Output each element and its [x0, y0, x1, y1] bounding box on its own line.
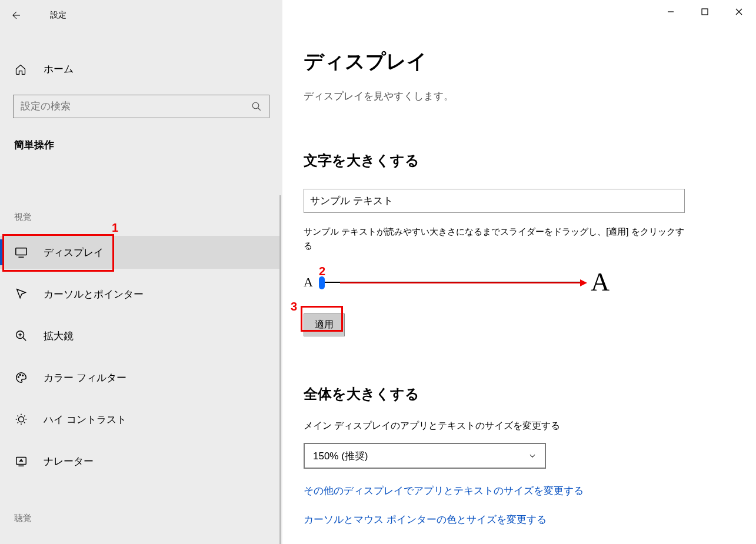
text-size-slider-row: A A [304, 267, 610, 297]
svg-point-3 [18, 376, 19, 378]
sidebar-item-cursor[interactable]: カーソルとポインター [0, 278, 279, 311]
sample-text-box: サンプル テキスト [304, 189, 685, 213]
svg-point-5 [22, 375, 24, 376]
contrast-icon [14, 412, 28, 426]
annotation-label-3: 3 [291, 300, 297, 313]
palette-icon [14, 371, 28, 385]
section-text-larger-heading: 文字を大きくする [304, 151, 735, 170]
sidebar: 設定 ホーム 簡単操作 視覚 ディスプレイ カーソルとポインター 拡大鏡 [0, 0, 282, 544]
search-icon [251, 101, 262, 112]
chevron-down-icon [528, 452, 537, 460]
sidebar-item-narrator[interactable]: ナレーター [0, 445, 279, 478]
search-input[interactable] [21, 101, 251, 112]
page-title: ディスプレイ [304, 48, 735, 75]
apply-button[interactable]: 適用 [304, 313, 345, 336]
magnifier-icon [14, 329, 28, 343]
dropdown-value: 150% (推奨) [313, 449, 368, 463]
back-button[interactable] [0, 0, 32, 31]
section-everything-larger-heading: 全体を大きくする [304, 385, 735, 403]
slider-small-a: A [304, 275, 313, 290]
sidebar-item-color-filter[interactable]: カラー フィルター [0, 361, 279, 394]
slider-thumb[interactable] [319, 276, 325, 289]
svg-point-4 [19, 375, 21, 376]
slider-instruction: サンプル テキストが読みやすい大きさになるまでスライダーをドラッグし、[適用] … [304, 225, 692, 253]
link-cursor-pointer[interactable]: カーソルとマウス ポインターの色とサイズを変更する [304, 513, 735, 526]
close-button[interactable] [722, 0, 756, 24]
sidebar-item-display[interactable]: ディスプレイ [0, 236, 279, 269]
narrator-icon [14, 454, 28, 468]
sample-text: サンプル テキスト [310, 195, 393, 206]
main-content: ディスプレイ ディスプレイを見やすくします。 文字を大きくする サンプル テキス… [282, 0, 756, 544]
page-subtitle: ディスプレイを見やすくします。 [304, 89, 735, 103]
sidebar-item-magnifier[interactable]: 拡大鏡 [0, 319, 279, 352]
sidebar-item-label: カーソルとポインター [44, 288, 144, 301]
cursor-icon [14, 287, 28, 301]
window-controls [654, 0, 756, 24]
sidebar-section: 簡単操作 [0, 138, 282, 152]
group-hearing-header: 聴覚 [0, 513, 279, 524]
scale-dropdown[interactable]: 150% (推奨) [304, 443, 546, 469]
scale-description: メイン ディスプレイのアプリとテキストのサイズを変更する [304, 420, 735, 432]
display-icon [14, 245, 28, 259]
maximize-button[interactable] [688, 0, 722, 24]
titlebar: 設定 [0, 0, 282, 31]
sidebar-home[interactable]: ホーム [0, 55, 282, 83]
svg-point-0 [252, 102, 259, 109]
link-other-displays[interactable]: その他のディスプレイでアプリとテキストのサイズを変更する [304, 484, 735, 498]
arrow-left-icon [11, 10, 22, 21]
sidebar-item-label: カラー フィルター [44, 371, 126, 385]
slider-large-a: A [591, 267, 610, 297]
group-vision-header: 視覚 [0, 212, 279, 223]
home-icon [14, 64, 27, 75]
sidebar-item-label: ナレーター [44, 455, 94, 468]
svg-point-6 [18, 416, 24, 422]
search-box[interactable] [13, 95, 269, 118]
svg-rect-1 [16, 248, 26, 255]
sidebar-item-high-contrast[interactable]: ハイ コントラスト [0, 403, 279, 436]
annotation-arrow [340, 282, 581, 283]
home-label: ホーム [44, 62, 74, 76]
sidebar-group-scroll: 視覚 ディスプレイ カーソルとポインター 拡大鏡 カラー フィルター ハイ コン… [0, 195, 281, 544]
sidebar-item-label: ハイ コントラスト [44, 413, 126, 426]
sidebar-item-label: 拡大鏡 [44, 329, 74, 343]
svg-rect-8 [702, 9, 708, 15]
window-title: 設定 [50, 10, 66, 21]
sidebar-item-label: ディスプレイ [44, 246, 104, 259]
minimize-button[interactable] [654, 0, 688, 24]
